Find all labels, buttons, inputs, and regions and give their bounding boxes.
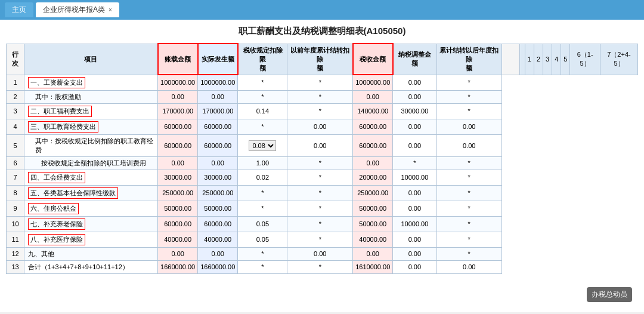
cell-item-1: 一、工资薪金支出: [24, 75, 158, 90]
cell-col3-11: 0.05: [238, 232, 287, 247]
cell-col5-11: 40000.00: [353, 232, 393, 247]
col-header-7: 累计结转以后年度扣除额: [436, 44, 501, 75]
cell-col7-6: *: [436, 156, 501, 170]
cell-col5-5: 60000.00: [353, 134, 393, 156]
cell-item-11: 八、补充医疗保险: [24, 232, 158, 247]
cell-col6-11: 0.00: [393, 232, 436, 247]
cell-col1-3: 170000.00: [158, 103, 198, 119]
cell-item-12: 九、其他: [24, 247, 158, 260]
cell-item-8: 五、各类基本社会保障性缴款: [24, 185, 158, 201]
cell-item-5: 其中：按税收规定比例扣除的职工教育经费: [24, 134, 158, 156]
tab-close-button[interactable]: ×: [109, 7, 112, 13]
cell-col6-10: 10000.00: [393, 216, 436, 232]
cell-col4-7: *: [287, 170, 353, 185]
cell-col3-12: *: [238, 247, 287, 260]
col-header-2: 实际发生额: [198, 44, 238, 75]
cell-col5-7: 20000.00: [353, 170, 393, 185]
table-row: 6按税收规定全额扣除的职工培训费用0.000.001.00*0.00**: [7, 156, 638, 170]
cell-col3-13: *: [238, 260, 287, 273]
cell-col4-8: *: [287, 185, 353, 201]
cell-col6-7: 10000.00: [393, 170, 436, 185]
watermark: 办税总动员: [587, 287, 632, 302]
cell-col6-1: 0.00: [393, 75, 436, 90]
cell-col6-6: *: [393, 156, 436, 170]
main-content: 职工薪酬支出及纳税调整明细表(A105050) 行次 项目 账载金额 实际发生额…: [0, 20, 644, 312]
cell-col6-13: 0.00: [393, 260, 436, 273]
col-header-1: 账载金额: [158, 44, 198, 75]
table-row: 13合计（1+3+4+7+8+9+10+11+12）1660000.001660…: [7, 260, 638, 273]
cell-rownum-7: 7: [7, 170, 24, 185]
cell-col7-9: *: [436, 201, 501, 216]
cell-item-10: 七、补充养老保险: [24, 216, 158, 232]
cell-rownum-9: 9: [7, 201, 24, 216]
cell-col3-8: *: [238, 185, 287, 201]
cell-col1-6: 0.00: [158, 156, 198, 170]
col-header-rownum: 行次: [7, 44, 24, 75]
cell-col7-12: *: [436, 247, 501, 260]
cell-col5-1: 1000000.00: [353, 75, 393, 90]
cell-col7-13: 0.00: [436, 260, 501, 273]
cell-item-2: 其中：股权激励: [24, 90, 158, 103]
item-label-boxed: 八、补充医疗保险: [28, 234, 85, 245]
cell-col4-11: *: [287, 232, 353, 247]
item-label-boxed: 七、补充养老保险: [28, 218, 85, 230]
col-num-7: 7（2+4-5）: [600, 44, 637, 75]
table-row: 2其中：股权激励0.000.00**0.000.00*: [7, 90, 638, 103]
cell-rownum-1: 1: [7, 75, 24, 90]
cell-col4-1: *: [287, 75, 353, 90]
cell-col7-11: *: [436, 232, 501, 247]
col-header-5: 税收金额: [353, 44, 393, 75]
col-num-2: 2: [534, 44, 543, 75]
cell-item-9: 六、住房公积金: [24, 201, 158, 216]
cell-col2-9: 50000.00: [198, 201, 238, 216]
table-row: 10七、补充养老保险60000.0060000.000.05*50000.001…: [7, 216, 638, 232]
cell-col6-4: 0.00: [393, 119, 436, 134]
item-label-boxed: 二、职工福利费支出: [28, 106, 92, 117]
cell-col3-9: *: [238, 201, 287, 216]
cell-col6-8: 0.00: [393, 185, 436, 201]
cell-col2-11: 40000.00: [198, 232, 238, 247]
cell-col4-3: *: [287, 103, 353, 119]
cell-col5-6: 0.00: [353, 156, 393, 170]
tab-home[interactable]: 主页: [5, 2, 33, 17]
cell-col4-10: *: [287, 216, 353, 232]
table-row: 11八、补充医疗保险40000.0040000.000.05*40000.000…: [7, 232, 638, 247]
col-num-1: 1: [525, 44, 534, 75]
col3-dropdown-5[interactable]: 0.08: [249, 140, 276, 151]
cell-col1-8: 250000.00: [158, 185, 198, 201]
app-header: 主页 企业所得税年报A类 ×: [0, 0, 644, 20]
tab-active[interactable]: 企业所得税年报A类 ×: [36, 2, 119, 17]
cell-col1-5: 60000.00: [158, 134, 198, 156]
active-tab-label: 企业所得税年报A类: [43, 5, 105, 15]
cell-rownum-12: 12: [7, 247, 24, 260]
cell-rownum-11: 11: [7, 232, 24, 247]
col-num-5: 5: [561, 44, 570, 75]
cell-col6-2: 0.00: [393, 90, 436, 103]
cell-col4-6: *: [287, 156, 353, 170]
cell-col7-5: 0.00: [436, 134, 501, 156]
item-label-boxed: 一、工资薪金支出: [28, 77, 85, 88]
cell-col1-11: 40000.00: [158, 232, 198, 247]
cell-item-4: 三、职工教育经费支出: [24, 119, 158, 134]
cell-col5-8: 250000.00: [353, 185, 393, 201]
table-row: 7四、工会经费支出30000.0030000.000.02*20000.0010…: [7, 170, 638, 185]
cell-col7-3: *: [436, 103, 501, 119]
cell-col3-4: *: [238, 119, 287, 134]
cell-col5-9: 50000.00: [353, 201, 393, 216]
table-row: 1一、工资薪金支出1000000.001000000.00**1000000.0…: [7, 75, 638, 90]
cell-col3-7: 0.02: [238, 170, 287, 185]
cell-rownum-8: 8: [7, 185, 24, 201]
cell-col7-1: *: [436, 75, 501, 90]
cell-col3-5[interactable]: 0.08: [238, 134, 287, 156]
cell-col7-2: *: [436, 90, 501, 103]
cell-col4-4: 0.00: [287, 119, 353, 134]
cell-col1-13: 1660000.00: [158, 260, 198, 273]
table-row: 5其中：按税收规定比例扣除的职工教育经费60000.0060000.000.08…: [7, 134, 638, 156]
cell-col1-9: 50000.00: [158, 201, 198, 216]
cell-col5-10: 50000.00: [353, 216, 393, 232]
cell-col1-2: 0.00: [158, 90, 198, 103]
cell-col2-4: 60000.00: [198, 119, 238, 134]
cell-rownum-5: 5: [7, 134, 24, 156]
cell-col6-5: 0.00: [393, 134, 436, 156]
item-label-boxed: 五、各类基本社会保障性缴款: [28, 187, 118, 199]
